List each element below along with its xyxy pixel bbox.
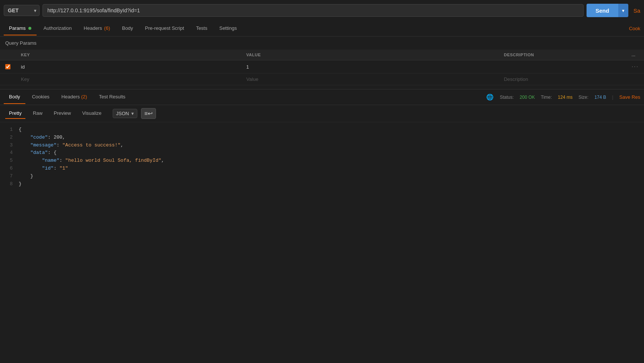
resp-tab-test-results[interactable]: Test Results: [94, 90, 131, 104]
code-line-3: 3 "message": "Access to success!",: [5, 142, 639, 149]
code-line-2: 2 "code": 200,: [5, 134, 639, 142]
request-tabs-row: Params Authorization Headers (6) Body Pr…: [0, 21, 644, 37]
query-params-section: Query Params KEY VALUE DESCRIPTION ... i…: [0, 37, 644, 85]
resp-divider: |: [612, 95, 613, 100]
tab-body[interactable]: Body: [117, 22, 138, 35]
row-desc-cell[interactable]: [498, 60, 626, 73]
th-check: [0, 50, 16, 60]
placeholder-value[interactable]: Value: [241, 73, 498, 85]
save-response-button[interactable]: Save Res: [619, 94, 640, 100]
code-line-7: 7 }: [5, 173, 639, 180]
placeholder-more: [626, 73, 644, 85]
row-check-cell: [0, 60, 16, 73]
size-label: Size:: [578, 95, 588, 100]
tab-headers[interactable]: Headers (6): [78, 22, 115, 35]
code-line-8: 8 }: [5, 180, 639, 188]
placeholder-key[interactable]: Key: [16, 73, 241, 85]
row-more-cell[interactable]: ···: [626, 60, 644, 73]
params-active-dot: [28, 27, 31, 30]
code-block: 1 { 2 "code": 200, 3 "message": "Access …: [0, 122, 644, 192]
save-label: Sa: [634, 7, 640, 14]
row-key-cell[interactable]: id: [16, 60, 241, 73]
table-row-placeholder: Key Value Description: [0, 73, 644, 85]
fmt-tab-visualize[interactable]: Visualize: [78, 108, 105, 119]
tab-settings[interactable]: Settings: [214, 22, 242, 35]
send-button[interactable]: Send: [587, 4, 618, 17]
response-section: Body Cookies Headers (2) Test Results 🌐 …: [0, 89, 644, 192]
format-row: Pretty Raw Preview Visualize JSON ▾ ≡↩: [0, 105, 644, 122]
fmt-tab-pretty[interactable]: Pretty: [5, 108, 25, 119]
status-value: 200 OK: [520, 95, 535, 100]
placeholder-desc[interactable]: Description: [498, 73, 626, 85]
status-label: Status:: [500, 95, 513, 100]
tab-params[interactable]: Params: [4, 22, 37, 35]
resp-tab-cookies[interactable]: Cookies: [27, 90, 55, 104]
method-select[interactable]: GET POST PUT DELETE PATCH: [4, 5, 40, 16]
format-select-arrow: ▾: [131, 111, 134, 116]
time-value: 124 ms: [558, 95, 572, 100]
wrap-button[interactable]: ≡↩: [141, 108, 156, 119]
th-desc: DESCRIPTION: [498, 50, 626, 60]
url-input[interactable]: [43, 4, 584, 17]
code-line-1: 1 {: [5, 126, 639, 134]
cookies-btn[interactable]: Cook: [629, 26, 640, 31]
format-select-label: JSON: [116, 111, 129, 116]
response-meta: 🌐 Status: 200 OK Time: 124 ms Size: 174 …: [486, 94, 640, 101]
row-checkbox[interactable]: [5, 64, 10, 69]
send-btn-wrapper: Send ▾: [587, 4, 628, 17]
th-more: ...: [626, 50, 644, 60]
response-tabs-row: Body Cookies Headers (2) Test Results 🌐 …: [0, 89, 644, 105]
resp-tab-headers[interactable]: Headers (2): [56, 90, 93, 104]
method-wrapper: GET POST PUT DELETE PATCH ▾: [4, 5, 40, 16]
params-table: KEY VALUE DESCRIPTION ... id 1 ···: [0, 50, 644, 85]
code-line-5: 5 "name": "hello world Soul Sofa, findBy…: [5, 157, 639, 165]
row-value-cell[interactable]: 1: [241, 60, 498, 73]
tab-tests[interactable]: Tests: [191, 22, 212, 35]
resp-tab-body[interactable]: Body: [4, 90, 25, 104]
time-label: Time:: [541, 95, 552, 100]
format-select[interactable]: JSON ▾: [113, 109, 137, 118]
top-bar: GET POST PUT DELETE PATCH ▾ Send ▾ Sa: [0, 0, 644, 21]
wrap-icon: ≡↩: [144, 110, 153, 117]
globe-icon[interactable]: 🌐: [486, 94, 494, 101]
table-row: id 1 ···: [0, 60, 644, 73]
th-value: VALUE: [241, 50, 498, 60]
fmt-tab-raw[interactable]: Raw: [29, 108, 46, 119]
fmt-tab-preview[interactable]: Preview: [50, 108, 75, 119]
placeholder-check: [0, 73, 16, 85]
tab-prerequest[interactable]: Pre-request Script: [140, 22, 190, 35]
section-label: Query Params: [0, 37, 644, 50]
code-line-6: 6 "id": "1": [5, 165, 639, 173]
code-line-4: 4 "data": {: [5, 149, 639, 157]
send-dropdown-button[interactable]: ▾: [618, 4, 628, 17]
th-key: KEY: [16, 50, 241, 60]
tab-authorization[interactable]: Authorization: [38, 22, 77, 35]
size-value: 174 B: [594, 95, 606, 100]
